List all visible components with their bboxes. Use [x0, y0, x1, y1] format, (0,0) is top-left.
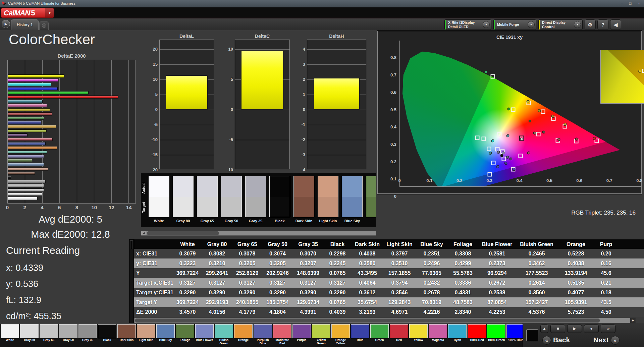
swatch-scrollbar[interactable]: ◀ [141, 231, 376, 236]
dropdown-label: X-Rite i1Display Retail OLED [446, 20, 483, 28]
minimize-button[interactable]: – [619, 1, 626, 6]
chevron-down-icon[interactable]: ▼ [574, 21, 581, 28]
column-header: Gray 35 [293, 239, 323, 249]
target-square [541, 110, 545, 114]
chevron-down-icon[interactable]: ▼ [45, 8, 54, 17]
table-cell: 70.8319 [416, 297, 447, 307]
bar-100-cyan [8, 83, 51, 86]
scroll-right-icon[interactable]: ▶ [630, 318, 636, 323]
patch-purplish-blue[interactable]: Purplish Blue [254, 324, 272, 345]
patch-gray-35[interactable]: Gray 35 [78, 324, 97, 342]
play-button[interactable]: ▶ [567, 325, 582, 333]
measured-point [504, 162, 507, 165]
gridline [307, 110, 366, 110]
chevron-down-icon[interactable]: ▼ [528, 21, 535, 28]
add-layout-tab[interactable] [39, 21, 49, 30]
patch-color [351, 324, 369, 338]
patch-magenta[interactable]: Magenta [429, 324, 447, 342]
target-square [519, 154, 523, 158]
table-horizontal-scrollbar[interactable]: ▶ [134, 318, 636, 323]
patch-100-red[interactable]: 100% Red [468, 324, 486, 342]
cie-x-tick: 0.3 [486, 178, 492, 183]
table-cell: 0.18 [594, 288, 618, 297]
patch-color [1, 324, 19, 338]
patch-color [292, 324, 311, 338]
table-cell: 133.9194 [557, 268, 594, 278]
patch-bluish-green[interactable]: Bluish Green [215, 324, 233, 345]
patch-color [40, 324, 58, 338]
patch-blue-flower[interactable]: Blue Flower [195, 324, 214, 342]
patch-label: Yellow [409, 339, 428, 342]
chevron-down-icon[interactable]: ▼ [483, 21, 490, 28]
y-tick-label: 15 [146, 62, 158, 67]
patch-gray-50[interactable]: Gray 50 [59, 324, 77, 342]
patch-yellow[interactable]: Yellow [409, 324, 428, 342]
x-tick-label: 8 [75, 205, 78, 210]
loop-infinity-button[interactable]: ∞ [601, 325, 615, 333]
patch-red[interactable]: Red [390, 324, 408, 342]
patch-gray-80[interactable]: Gray 80 [20, 324, 39, 342]
swatch-label: White [147, 219, 171, 223]
table-cell: 299.2641 [202, 268, 232, 278]
scroll-left-icon[interactable]: ◀ [141, 231, 146, 235]
measurement-table: WhiteGray 80Gray 65Gray 50Gray 35BlackDa… [134, 239, 644, 317]
table-cell: 0.3462 [516, 258, 557, 268]
column-header: Dark Skin [352, 239, 383, 249]
current-patch-swatch[interactable] [526, 329, 538, 341]
stop-button[interactable]: ■ [550, 325, 565, 333]
tab-history-1[interactable]: History 1 [11, 19, 39, 30]
target-square [475, 135, 479, 140]
patch-foliage[interactable]: Foliage [176, 324, 194, 342]
patch-label: White [1, 339, 19, 342]
measured-point [533, 132, 536, 135]
patch-yellow-green[interactable]: Yellow Green [312, 324, 330, 345]
measured-point [528, 119, 531, 122]
scrollbar-thumb[interactable] [135, 319, 600, 323]
patch-color [254, 324, 272, 338]
patch-blue-sky[interactable]: Blue Sky [156, 324, 175, 342]
close-button[interactable]: × [635, 1, 643, 6]
next-button[interactable]: Next» [593, 334, 622, 346]
calman-menu-button[interactable]: CalMAN 5 ▼ [1, 8, 54, 18]
record-button[interactable]: ● [584, 325, 599, 333]
patch-moderate-red[interactable]: Moderate Red [273, 324, 291, 345]
table-vertical-scrollbar[interactable] [129, 239, 134, 323]
bar-blue [8, 121, 41, 124]
patch-white[interactable]: White [1, 324, 19, 342]
compare-swatch-gray-35 [245, 176, 266, 217]
patch-purple[interactable]: Purple [292, 324, 311, 342]
target-half [270, 197, 290, 217]
collapse-button[interactable]: ◀ [610, 19, 621, 30]
patch-dark-skin[interactable]: Dark Skin [117, 324, 136, 342]
settings-button[interactable]: ⚙ [585, 19, 596, 30]
patch-gray-65[interactable]: Gray 65 [40, 324, 58, 342]
patch-green[interactable]: Green [370, 324, 389, 342]
dropdown-x-rite-i1display-retail-oled[interactable]: X-Rite i1Display Retail OLED▼ [444, 19, 491, 30]
scrollbar-thumb[interactable] [147, 231, 219, 235]
patch-cyan[interactable]: Cyan [448, 324, 467, 342]
patch-color [98, 324, 116, 338]
help-button[interactable]: ? [597, 19, 608, 30]
gridline [160, 49, 214, 50]
patch-orange-yellow[interactable]: Orange Yellow [331, 324, 350, 345]
patch-blue[interactable]: Blue [351, 324, 369, 342]
scrollbar-thumb[interactable] [130, 240, 133, 249]
patch-100-blue[interactable]: 100% Blue [506, 324, 525, 342]
gridline [235, 140, 289, 140]
dropdown-mobile-forge[interactable]: Mobile Forge▼ [493, 19, 536, 30]
collapse-up-button[interactable]: ▲ [540, 325, 548, 333]
dropdown-direct-display-control[interactable]: Direct Display Control▼ [538, 19, 583, 30]
patch-label: Green [370, 339, 389, 342]
patch-100-green[interactable]: 100% Green [487, 324, 505, 342]
add-layout-icon [42, 23, 46, 28]
patch-black[interactable]: Black [98, 324, 116, 342]
gridline [160, 140, 214, 140]
cie-x-tick: 0.1 [426, 178, 432, 183]
maximize-button[interactable]: □ [627, 1, 634, 6]
back-button[interactable]: «Back [540, 334, 570, 346]
patch-light-skin[interactable]: Light Skin [137, 324, 155, 342]
layout-nav-button[interactable]: ▶ [2, 20, 10, 28]
table-cell: 3.4570 [173, 307, 202, 317]
patch-orange[interactable]: Orange [234, 324, 253, 342]
table-cell: 0.21 [594, 278, 618, 288]
